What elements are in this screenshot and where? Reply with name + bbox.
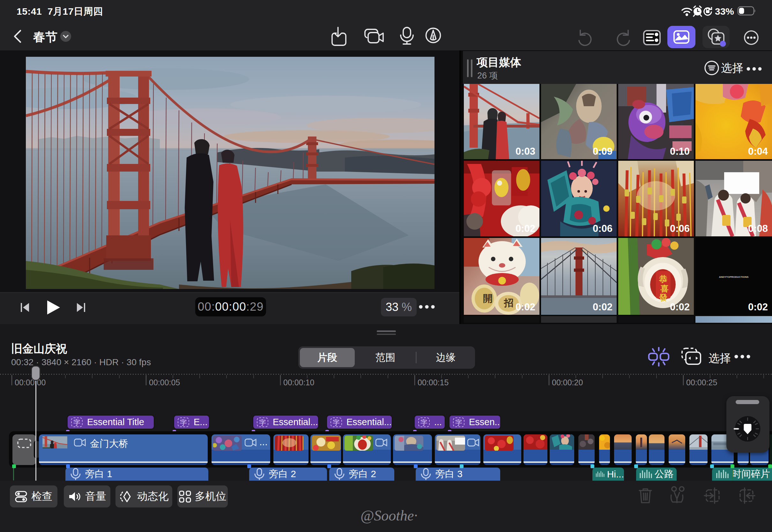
svg-text:00:00:05: 00:00:05 xyxy=(149,378,180,387)
svg-text:喜: 喜 xyxy=(660,284,669,293)
svg-text:ANDYTOPRODUCTIONS: ANDYTOPRODUCTIONS xyxy=(719,276,749,278)
svg-text:00:00:15: 00:00:15 xyxy=(418,378,449,387)
svg-text:開: 開 xyxy=(483,293,493,304)
svg-text:33%: 33% xyxy=(715,6,734,17)
svg-text:00:00:10: 00:00:10 xyxy=(283,378,314,387)
svg-text:招: 招 xyxy=(503,298,514,308)
svg-text:發: 發 xyxy=(659,293,667,302)
svg-text:00:00:00: 00:00:00 xyxy=(15,378,46,387)
svg-text:00:00:20: 00:00:20 xyxy=(552,378,583,387)
svg-text:00:00:25: 00:00:25 xyxy=(686,378,717,387)
svg-text:恭: 恭 xyxy=(659,274,667,284)
